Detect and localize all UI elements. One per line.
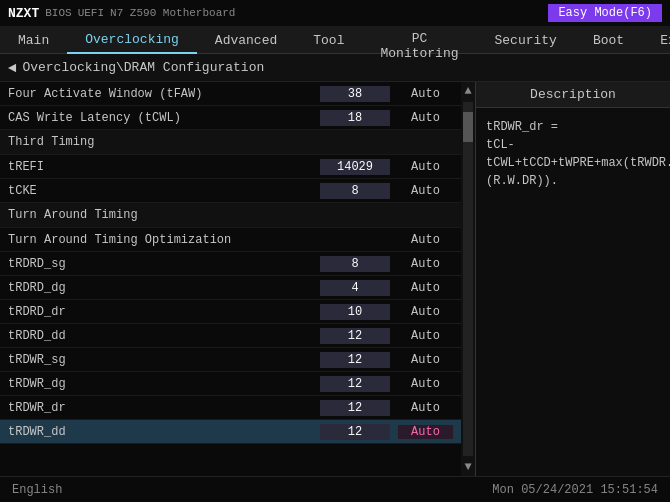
setting-value-tfaw[interactable]: 38: [320, 86, 390, 102]
setting-name-trdwr-dd: tRDWR_dd: [8, 425, 320, 439]
description-content: tRDWR_dr = tCL-tCWL+tCCD+tWPRE+max(tRWDR…: [476, 108, 670, 200]
section-turn-around: Turn Around Timing: [0, 203, 461, 228]
scroll-thumb[interactable]: [463, 112, 473, 142]
setting-name-trdrd-dg: tRDRD_dg: [8, 281, 320, 295]
setting-auto-trdwr-dr: Auto: [398, 401, 453, 415]
setting-value-trdwr-dg[interactable]: 12: [320, 376, 390, 392]
setting-auto-tato: Auto: [398, 233, 453, 247]
nav-tabs: Main Overclocking Advanced Tool PC Monit…: [0, 26, 670, 54]
setting-row-tcke[interactable]: tCKE 8 Auto: [0, 179, 461, 203]
setting-row-trdwr-dd[interactable]: tRDWR_dd 12 Auto: [0, 420, 461, 444]
breadcrumb-back-icon[interactable]: ◄: [8, 60, 16, 76]
setting-value-tcke[interactable]: 8: [320, 183, 390, 199]
setting-value-tato: [320, 239, 390, 241]
setting-row-tcwl[interactable]: CAS Write Latency (tCWL) 18 Auto: [0, 106, 461, 130]
setting-auto-trdrd-dr: Auto: [398, 305, 453, 319]
setting-name-tato: Turn Around Timing Optimization: [8, 233, 320, 247]
setting-auto-trefi: Auto: [398, 160, 453, 174]
setting-name-trdwr-sg: tRDWR_sg: [8, 353, 320, 367]
setting-name-tcwl: CAS Write Latency (tCWL): [8, 111, 320, 125]
setting-auto-tfaw: Auto: [398, 87, 453, 101]
setting-name-trdrd-dd: tRDRD_dd: [8, 329, 320, 343]
setting-name-trefi: tREFI: [8, 160, 320, 174]
setting-row-trdwr-dg[interactable]: tRDWR_dg 12 Auto: [0, 372, 461, 396]
setting-row-trdrd-dr[interactable]: tRDRD_dr 10 Auto: [0, 300, 461, 324]
setting-row-trdrd-sg[interactable]: tRDRD_sg 8 Auto: [0, 252, 461, 276]
setting-value-trdwr-sg[interactable]: 12: [320, 352, 390, 368]
description-panel: Description tRDWR_dr = tCL-tCWL+tCCD+tWP…: [475, 82, 670, 476]
setting-auto-trdwr-dd: Auto: [398, 425, 453, 439]
setting-auto-trdwr-dg: Auto: [398, 377, 453, 391]
tab-overclocking[interactable]: Overclocking: [67, 26, 197, 54]
breadcrumb: Overclocking\DRAM Configuration: [22, 60, 264, 75]
easy-mode-button[interactable]: Easy Mode(F6): [548, 4, 662, 22]
scrollbar[interactable]: ▲ ▼: [461, 82, 475, 476]
uefi-text: UEFI: [78, 7, 104, 19]
setting-name-trdwr-dg: tRDWR_dg: [8, 377, 320, 391]
settings-list: Four Activate Window (tFAW) 38 Auto CAS …: [0, 82, 461, 476]
setting-value-trdwr-dr[interactable]: 12: [320, 400, 390, 416]
setting-value-trdrd-sg[interactable]: 8: [320, 256, 390, 272]
breadcrumb-bar: ◄ Overclocking\DRAM Configuration: [0, 54, 670, 82]
top-bar-left: NZXT BIOS UEFI N7 Z590 Motherboard: [8, 6, 235, 21]
scroll-down-icon[interactable]: ▼: [462, 458, 473, 476]
setting-auto-tcke: Auto: [398, 184, 453, 198]
setting-name-trdrd-dr: tRDRD_dr: [8, 305, 320, 319]
scroll-up-icon[interactable]: ▲: [462, 82, 473, 100]
bios-text: BIOS: [45, 7, 71, 19]
setting-auto-trdwr-sg: Auto: [398, 353, 453, 367]
setting-name-trdwr-dr: tRDWR_dr: [8, 401, 320, 415]
setting-name-trdrd-sg: tRDRD_sg: [8, 257, 320, 271]
top-bar: NZXT BIOS UEFI N7 Z590 Motherboard Easy …: [0, 0, 670, 26]
setting-row-trdrd-dg[interactable]: tRDRD_dg 4 Auto: [0, 276, 461, 300]
setting-auto-trdrd-dg: Auto: [398, 281, 453, 295]
setting-name-tcke: tCKE: [8, 184, 320, 198]
status-bar: English Mon 05/24/2021 15:51:54: [0, 476, 670, 502]
setting-value-tcwl[interactable]: 18: [320, 110, 390, 126]
scroll-track[interactable]: [463, 102, 473, 456]
tab-exit[interactable]: Exit: [642, 26, 670, 54]
setting-row-tfaw[interactable]: Four Activate Window (tFAW) 38 Auto: [0, 82, 461, 106]
setting-auto-trdrd-dd: Auto: [398, 329, 453, 343]
section-third-timing: Third Timing: [0, 130, 461, 155]
setting-row-tato[interactable]: Turn Around Timing Optimization Auto: [0, 228, 461, 252]
setting-value-trefi[interactable]: 14029: [320, 159, 390, 175]
mobo-text: N7 Z590 Motherboard: [110, 7, 235, 19]
main-content: Four Activate Window (tFAW) 38 Auto CAS …: [0, 82, 670, 476]
language-label: English: [12, 483, 62, 497]
tab-main[interactable]: Main: [0, 26, 67, 54]
setting-auto-tcwl: Auto: [398, 111, 453, 125]
nzxt-logo: NZXT: [8, 6, 39, 21]
setting-row-trdwr-sg[interactable]: tRDWR_sg 12 Auto: [0, 348, 461, 372]
setting-name-tfaw: Four Activate Window (tFAW): [8, 87, 320, 101]
left-wrapper: Four Activate Window (tFAW) 38 Auto CAS …: [0, 82, 475, 476]
tab-advanced[interactable]: Advanced: [197, 26, 295, 54]
tab-pc-monitoring[interactable]: PC Monitoring: [362, 26, 476, 54]
setting-value-trdrd-dr[interactable]: 10: [320, 304, 390, 320]
section-label-third-timing: Third Timing: [8, 135, 453, 149]
tab-security[interactable]: Security: [477, 26, 575, 54]
setting-value-trdwr-dd[interactable]: 12: [320, 424, 390, 440]
tab-boot[interactable]: Boot: [575, 26, 642, 54]
setting-row-trdrd-dd[interactable]: tRDRD_dd 12 Auto: [0, 324, 461, 348]
section-label-turn-around: Turn Around Timing: [8, 208, 453, 222]
setting-row-trdwr-dr[interactable]: tRDWR_dr 12 Auto: [0, 396, 461, 420]
setting-value-trdrd-dd[interactable]: 12: [320, 328, 390, 344]
setting-value-trdrd-dg[interactable]: 4: [320, 280, 390, 296]
setting-row-trefi[interactable]: tREFI 14029 Auto: [0, 155, 461, 179]
tab-tool[interactable]: Tool: [295, 26, 362, 54]
datetime-label: Mon 05/24/2021 15:51:54: [492, 483, 658, 497]
setting-auto-trdrd-sg: Auto: [398, 257, 453, 271]
description-header: Description: [476, 82, 670, 108]
